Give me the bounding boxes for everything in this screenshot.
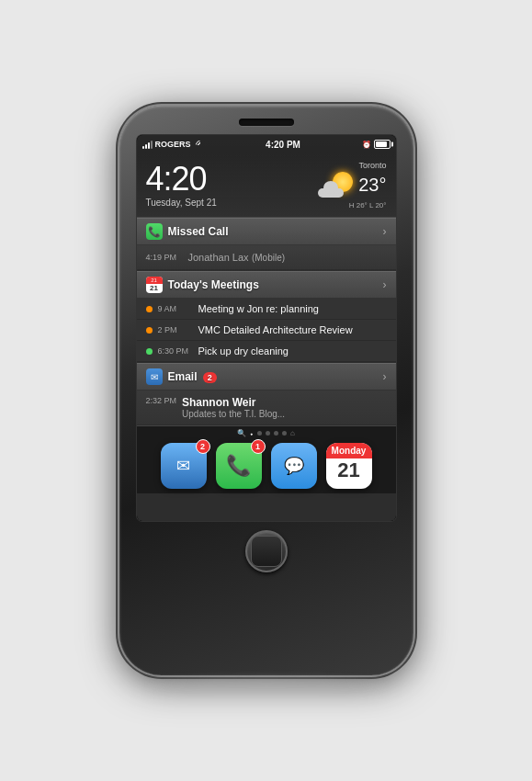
- alarm-icon: ⏰: [362, 141, 371, 149]
- cloud-icon: [318, 185, 344, 198]
- meeting-dot-3: [146, 348, 153, 355]
- page-dot-2: [257, 431, 262, 436]
- mail-icon: ✉: [176, 456, 190, 476]
- email-header-left: ✉ Email 2: [146, 368, 217, 385]
- dock-calendar-app[interactable]: Monday 21: [326, 443, 372, 489]
- dock-mail-app[interactable]: ✉ 2: [161, 443, 207, 489]
- home-button-inner: [251, 536, 282, 567]
- weather-temp-row: 23°: [318, 170, 386, 199]
- home-icon: ⌂: [290, 429, 295, 437]
- missed-call-caller: Jonathan Lax (Mobile): [188, 251, 286, 264]
- phone-app-icon: 📞: [146, 223, 163, 240]
- mail-app-icon: ✉: [146, 368, 163, 385]
- mail-badge: 2: [196, 439, 210, 454]
- calendar-app-icon: 21 21: [146, 277, 163, 293]
- meetings-list: 9 AM Meeting w Jon re: planning 2 PM VMC…: [137, 299, 396, 362]
- page-dot-5: [282, 431, 287, 436]
- missed-call-chevron-icon: ›: [383, 225, 387, 238]
- meeting-time-2: 2 PM: [158, 325, 193, 334]
- email-preview: Updates to the T.I. Blog...: [182, 409, 285, 419]
- calendar-day-number: 21: [337, 458, 359, 482]
- meeting-time-1: 9 AM: [158, 304, 193, 313]
- meetings-header[interactable]: 21 21 Today's Meetings ›: [137, 271, 396, 299]
- battery-icon: [374, 140, 391, 149]
- phone-badge: 1: [251, 439, 266, 454]
- meeting-title-2: VMC Detailed Architecture Review: [198, 324, 353, 335]
- wifi-icon: [196, 141, 205, 148]
- meeting-title-3: Pick up dry cleaning: [198, 345, 289, 357]
- home-screen-dot: ⬥: [250, 431, 254, 436]
- missed-call-row: 4:19 PM Jonathan Lax (Mobile): [137, 245, 396, 270]
- missed-call-header[interactable]: 📞 Missed Call ›: [137, 218, 396, 245]
- meeting-row-3: 6:30 PM Pick up dry cleaning: [137, 341, 396, 362]
- dock-messages-app[interactable]: 💬: [271, 443, 317, 489]
- missed-call-section: 📞 Missed Call › 4:19 PM Jonathan Lax (Mo…: [137, 218, 396, 270]
- speaker: [239, 119, 294, 126]
- missed-call-header-left: 📞 Missed Call: [146, 223, 229, 240]
- meeting-dot-1: [146, 306, 153, 312]
- meetings-chevron-icon: ›: [383, 278, 387, 291]
- page-dot-3: [266, 431, 270, 436]
- screen-content: 4:20 Tuesday, Sept 21 Toronto 23° H 26° …: [137, 153, 396, 521]
- home-button[interactable]: [245, 530, 288, 572]
- search-icon: 🔍: [237, 429, 246, 437]
- clock-display: 4:20 Tuesday, Sept 21: [146, 163, 217, 208]
- screen: ROGERS 4:20 PM ⏰ 4:20 Tuesday,: [137, 135, 396, 521]
- missed-call-title: Missed Call: [168, 225, 229, 238]
- email-content: Shannon Weir Updates to the T.I. Blog...: [182, 396, 285, 419]
- meetings-section: 21 21 Today's Meetings › 9 AM Meeting w …: [137, 271, 396, 362]
- email-header[interactable]: ✉ Email 2 ›: [137, 363, 396, 390]
- weather-city: Toronto: [358, 161, 386, 170]
- dock-phone-app[interactable]: 📞 1: [216, 443, 262, 489]
- meeting-title-1: Meeting w Jon re: planning: [198, 303, 319, 314]
- clock-weather-widget: 4:20 Tuesday, Sept 21 Toronto 23° H 26° …: [137, 153, 396, 218]
- signal-bars-icon: [142, 141, 153, 149]
- dock: 🔍 ⬥ ⌂ ✉ 2 📞 1: [137, 425, 396, 493]
- calendar-month-label: Monday: [326, 443, 372, 458]
- messages-icon: 💬: [284, 456, 304, 476]
- status-time: 4:20 PM: [266, 140, 300, 150]
- status-bar: ROGERS 4:20 PM ⏰: [137, 135, 396, 153]
- email-title: Email 2: [168, 370, 217, 383]
- meeting-time-3: 6:30 PM: [158, 346, 193, 356]
- weather-icon: [318, 170, 355, 199]
- email-badge: 2: [203, 372, 217, 383]
- weather-hi-lo: H 26° L 20°: [349, 201, 387, 209]
- status-right: ⏰: [362, 140, 391, 149]
- weather-display: Toronto 23° H 26° L 20°: [318, 161, 386, 209]
- home-button-area: [245, 530, 288, 572]
- page-dot-4: [274, 431, 278, 436]
- email-sender: Shannon Weir: [182, 396, 285, 409]
- email-section: ✉ Email 2 › 2:32 PM Shannon Weir: [137, 363, 396, 424]
- weather-temperature: 23°: [358, 175, 386, 196]
- email-chevron-icon: ›: [383, 370, 387, 383]
- missed-call-time: 4:19 PM: [146, 253, 183, 262]
- carrier-label: ROGERS: [155, 140, 191, 149]
- email-time: 2:32 PM: [146, 396, 177, 405]
- phone-icon: 📞: [226, 454, 251, 478]
- meetings-title: Today's Meetings: [168, 278, 259, 291]
- dock-icons: ✉ 2 📞 1 💬 Monday 21: [152, 437, 381, 494]
- dock-page-dots: 🔍 ⬥ ⌂: [237, 429, 295, 437]
- meetings-header-left: 21 21 Today's Meetings: [146, 277, 259, 293]
- meeting-row-2: 2 PM VMC Detailed Architecture Review: [137, 320, 396, 341]
- meeting-dot-2: [146, 327, 153, 334]
- phone-body: ROGERS 4:20 PM ⏰ 4:20 Tuesday,: [119, 106, 413, 675]
- email-row: 2:32 PM Shannon Weir Updates to the T.I.…: [137, 390, 396, 424]
- meeting-row-1: 9 AM Meeting w Jon re: planning: [137, 299, 396, 320]
- clock-time: 4:20: [146, 163, 217, 196]
- status-left: ROGERS: [142, 140, 205, 149]
- clock-date: Tuesday, Sept 21: [146, 198, 217, 208]
